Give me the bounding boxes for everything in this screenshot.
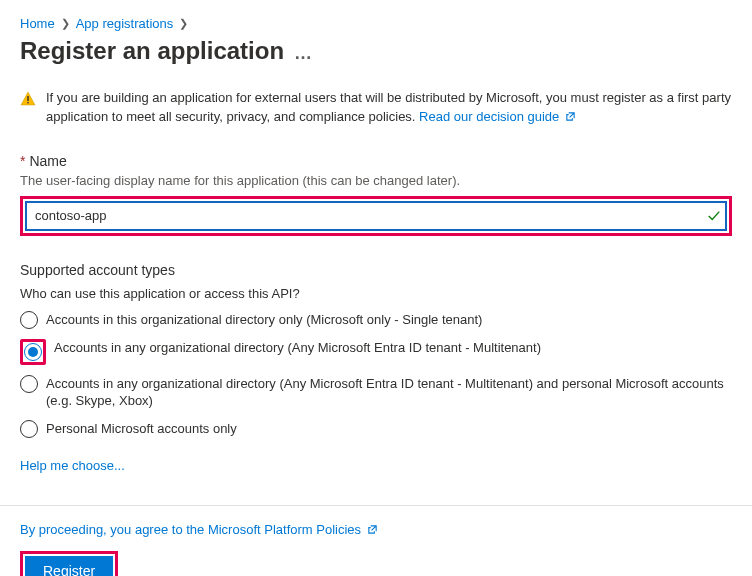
more-actions-icon[interactable]: … <box>294 43 313 64</box>
register-button[interactable]: Register <box>25 556 113 576</box>
checkmark-icon <box>707 209 721 223</box>
radio-option-personal-only[interactable]: Personal Microsoft accounts only <box>20 420 732 438</box>
radio-icon[interactable] <box>24 343 42 361</box>
warning-banner: If you are building an application for e… <box>20 89 732 127</box>
warning-text: If you are building an application for e… <box>46 90 731 124</box>
breadcrumb-app-registrations[interactable]: App registrations <box>76 16 174 31</box>
svg-rect-1 <box>27 96 28 101</box>
radio-label: Accounts in any organizational directory… <box>46 375 732 410</box>
account-types-title: Supported account types <box>20 262 732 278</box>
breadcrumb-home[interactable]: Home <box>20 16 55 31</box>
warning-icon <box>20 91 36 107</box>
page-title-text: Register an application <box>20 37 284 65</box>
radio-label: Accounts in any organizational directory… <box>54 339 541 357</box>
radio-icon[interactable] <box>20 311 38 329</box>
name-label: *Name <box>20 153 732 169</box>
required-indicator: * <box>20 153 25 169</box>
svg-rect-2 <box>27 102 28 103</box>
account-types-radio-group: Accounts in this organizational director… <box>20 311 732 438</box>
radio-label: Accounts in this organizational director… <box>46 311 482 329</box>
external-link-icon <box>565 111 576 122</box>
help-me-choose-link[interactable]: Help me choose... <box>20 458 125 473</box>
account-types-question: Who can use this application or access t… <box>20 286 732 301</box>
chevron-right-icon: ❯ <box>179 17 188 30</box>
radio-option-multitenant[interactable]: Accounts in any organizational directory… <box>20 339 732 365</box>
radio-label: Personal Microsoft accounts only <box>46 420 237 438</box>
radio-icon[interactable] <box>20 375 38 393</box>
chevron-right-icon: ❯ <box>61 17 70 30</box>
platform-policies-link[interactable]: By proceeding, you agree to the Microsof… <box>20 522 378 537</box>
breadcrumb: Home ❯ App registrations ❯ <box>20 16 732 31</box>
decision-guide-link-text: Read our decision guide <box>419 109 559 124</box>
radio-option-multitenant-personal[interactable]: Accounts in any organizational directory… <box>20 375 732 410</box>
name-input[interactable] <box>25 201 727 231</box>
page-title: Register an application … <box>20 37 732 65</box>
platform-policies-text: By proceeding, you agree to the Microsof… <box>20 522 361 537</box>
divider <box>0 505 752 506</box>
radio-icon[interactable] <box>20 420 38 438</box>
external-link-icon <box>367 524 378 535</box>
name-description: The user-facing display name for this ap… <box>20 173 732 188</box>
decision-guide-link[interactable]: Read our decision guide <box>419 109 576 124</box>
radio-option-single-tenant[interactable]: Accounts in this organizational director… <box>20 311 732 329</box>
